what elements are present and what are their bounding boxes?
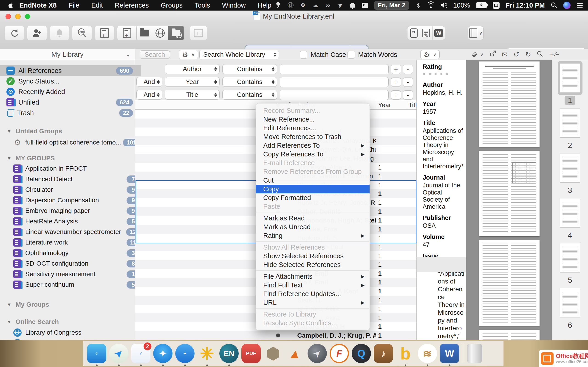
thumbnail-page[interactable] <box>560 198 580 227</box>
pdf-preview-pane[interactable] <box>466 60 552 367</box>
dock-icon-pin-app[interactable]: ✦ <box>175 344 195 363</box>
plus-minus-icon[interactable]: ＋∕− <box>549 50 560 58</box>
context-menu-item-hide-selected-references[interactable]: Hide Selected References <box>256 260 370 269</box>
paper-plane-icon[interactable]: ➤ <box>336 0 345 10</box>
menu-item-help[interactable]: Help <box>252 2 277 9</box>
redo-sync-icon[interactable]: ↻ <box>525 50 531 58</box>
copy-to-local-button[interactable] <box>190 26 207 40</box>
local-library-mode-button[interactable] <box>137 26 153 40</box>
comparator-select[interactable]: Contains <box>222 90 277 100</box>
new-reference-button[interactable]: + <box>117 26 137 40</box>
context-menu-item-e-mail-reference[interactable]: E-mail Reference <box>256 158 370 167</box>
import-reference-button[interactable]: ↓ <box>95 26 114 40</box>
remove-criteria-button[interactable]: - <box>403 77 413 87</box>
rating-dots[interactable] <box>423 71 464 77</box>
open-reference-icon[interactable] <box>489 50 496 58</box>
dock-icon-sandwich[interactable]: ≋ <box>418 344 437 363</box>
add-criteria-button[interactable]: + <box>391 77 401 87</box>
sidebar-section-my-groups[interactable]: ▼MY GROUPS <box>0 153 135 163</box>
minimize-button[interactable] <box>15 14 21 19</box>
cloud-upload-icon[interactable]: ☁ <box>312 2 319 9</box>
close-button[interactable] <box>6 14 11 19</box>
thumbnail-page[interactable] <box>560 288 580 317</box>
bluetooth-icon[interactable] <box>415 2 422 8</box>
window-title-bar[interactable]: My EndNote Library.enl <box>0 10 588 22</box>
sidebar-section-my-groups[interactable]: ▼My Groups <box>0 300 135 310</box>
context-menu-item-record-summary-[interactable]: Record Summary... <box>256 106 370 115</box>
field-select[interactable]: Title <box>165 90 220 100</box>
sidebar-item-literature-work[interactable]: Literature work11 <box>0 237 148 248</box>
search-term-input[interactable] <box>280 90 389 100</box>
add-criteria-button[interactable]: + <box>391 90 401 100</box>
context-menu-item-file-attachments[interactable]: File Attachments▶ <box>256 272 370 281</box>
word-export-button[interactable]: W <box>432 26 445 40</box>
menu-item-edit[interactable]: Edit <box>85 2 109 9</box>
add-criteria-button[interactable]: + <box>391 65 401 74</box>
search-button[interactable]: Search <box>140 50 170 59</box>
wifi-icon[interactable] <box>427 3 434 8</box>
sidebar-item-unfiled[interactable]: Unfiled624 <box>0 97 141 108</box>
dock-icon-endnote[interactable]: EN <box>219 344 239 363</box>
dock-icon-things[interactable]: ✓2 <box>131 344 150 363</box>
disclosure-triangle-icon[interactable]: ▼ <box>7 156 11 161</box>
keyboard-icon[interactable] <box>493 2 500 9</box>
sidebar-item-sd-oct-configuration[interactable]: SD-OCT configuration8 <box>0 258 148 269</box>
thumbnail-page[interactable] <box>560 153 580 183</box>
sidebar-item-heatrate-analysis[interactable]: HeatRate Analysis5 <box>0 216 148 227</box>
context-menu-item-resolve-sync-conflicts-[interactable]: Resolve Sync Conflicts... <box>256 319 370 327</box>
context-menu-item-copy[interactable]: Copy <box>256 185 370 193</box>
pdf-thumbnail-2[interactable]: 2 <box>552 108 588 150</box>
thumbnail-page[interactable] <box>560 108 580 138</box>
sidebar-header[interactable]: My Library ⌄ <box>0 49 135 60</box>
sidebar-item-circulator[interactable]: Circulator9 <box>0 184 148 195</box>
dock-icon-word[interactable]: W <box>440 344 459 363</box>
sidebar-item-super-continuum[interactable]: Super-continuum5 <box>0 279 148 290</box>
year-column-header[interactable]: Year <box>378 101 406 109</box>
context-menu-item-show-selected-references[interactable]: Show Selected References <box>256 252 370 260</box>
context-menu-item-copy-references-to[interactable]: Copy References To▶ <box>256 150 370 158</box>
sidebar-item-embryo-imaging-paper[interactable]: Embryo imaging paper9 <box>0 206 148 216</box>
pdf-thumbnail-1[interactable]: 1 <box>552 63 588 105</box>
sidebar-item-recently-added[interactable]: Recently Added <box>0 86 141 97</box>
sidebar-item-library-of-congress[interactable]: Library of Congress <box>0 327 148 338</box>
zoom-button[interactable] <box>25 14 30 19</box>
search-scope-select[interactable]: Search Whole Library <box>199 50 279 59</box>
document-proxy-icon[interactable] <box>254 12 260 20</box>
comparator-select[interactable]: Contains <box>222 64 277 74</box>
context-menu-item-find-full-text[interactable]: Find Full Text▶ <box>256 281 370 290</box>
bell-alert-button[interactable] <box>50 26 69 40</box>
menu-item-tools[interactable]: Tools <box>189 2 216 9</box>
menu-bar-clock[interactable]: Fri 12:10 PM <box>506 2 545 9</box>
thumbnail-page[interactable] <box>560 63 580 93</box>
creative-cloud-icon[interactable]: ∞ <box>325 2 331 9</box>
dock-icon-rocket[interactable]: ➤ <box>308 344 327 363</box>
sidebar-item-application-in-ffoct[interactable]: Application in FFOCT <box>0 163 148 174</box>
undo-sync-icon[interactable]: ↺ <box>514 50 519 58</box>
sidebar-item-ophthalmology[interactable]: Ophthalmology3 <box>0 248 148 258</box>
disclosure-triangle-icon[interactable]: ▼ <box>7 319 11 325</box>
menu-item-groups[interactable]: Groups <box>155 2 189 9</box>
menu-app-name[interactable]: EndNote X8 <box>13 2 63 9</box>
sidebar-item-sensitivity-measurement[interactable]: Sensitivity measurement1 <box>0 269 148 279</box>
context-menu-item-mark-as-unread[interactable]: Mark as Unread <box>256 223 370 231</box>
dock-icon-f-app[interactable]: F <box>330 344 349 363</box>
layout-button[interactable]: ∨ <box>468 26 484 40</box>
disclosure-triangle-icon[interactable]: ▼ <box>7 129 11 134</box>
dock-icon-safari[interactable]: ✦ <box>153 344 173 363</box>
pdf-thumbnail-5[interactable]: 5 <box>552 243 588 285</box>
comparator-select[interactable]: Contains <box>222 77 277 87</box>
volume-icon[interactable] <box>440 2 447 8</box>
context-menu-item-edit-references-[interactable]: Edit References... <box>256 124 370 132</box>
search-term-input[interactable] <box>280 64 389 74</box>
pdf-thumbnail-6[interactable]: 6 <box>552 288 588 330</box>
dock-icon-quicktime[interactable]: Q <box>352 344 371 363</box>
integrated-library-mode-button[interactable] <box>168 26 184 40</box>
match-words-option[interactable]: Match Words <box>347 51 397 58</box>
menu-item-references[interactable]: References <box>109 2 155 9</box>
add-user-button[interactable] <box>27 26 47 40</box>
sidebar-item-all-references[interactable]: All References690 <box>0 65 141 76</box>
context-menu-item-add-references-to[interactable]: Add References To▶ <box>256 141 370 150</box>
siri-icon[interactable] <box>563 2 571 9</box>
dock-icon-finder[interactable]: ☺ <box>87 344 106 363</box>
dock-icon-b-app[interactable]: b <box>396 344 415 363</box>
